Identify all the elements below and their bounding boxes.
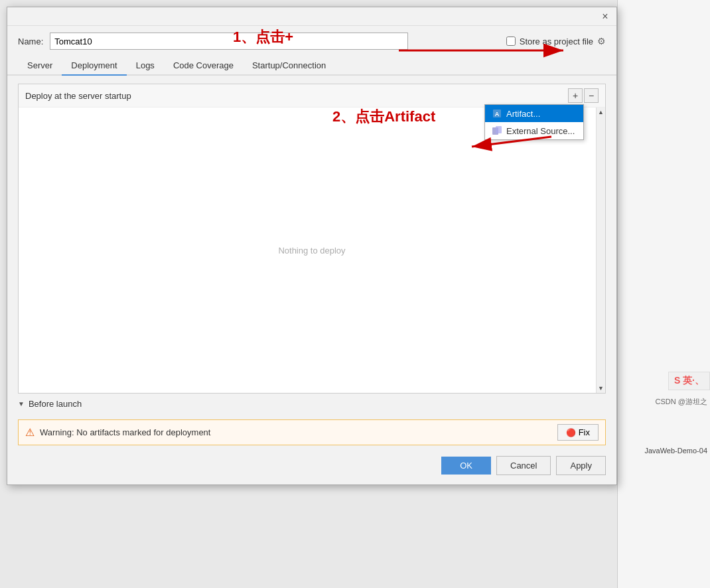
deploy-panel-header: Deploy at the server startup + A [19,84,605,108]
add-button[interactable]: + [568,88,583,103]
external-source-label: External Source... [506,126,575,136]
ok-button[interactable]: OK [441,457,491,475]
sogou-badge: S 英·、 [668,372,710,390]
deploy-body: Nothing to deploy ▲ ▼ [19,108,605,393]
deploy-panel: Deploy at the server startup + A [18,84,606,394]
scroll-up-icon[interactable]: ▲ [598,109,604,115]
before-launch-label: Before launch [29,399,82,409]
name-row: Name: Store as project file ⚙ [7,26,616,56]
artifact-icon: A [492,108,502,119]
fix-button[interactable]: 🔴 Fix [557,424,599,441]
nothing-to-deploy: Nothing to deploy [278,246,345,256]
fix-label: Fix [579,427,590,437]
project-label: JavaWeb-Demo-04 [644,447,707,455]
before-launch[interactable]: ▼ Before launch [18,394,606,411]
remove-button[interactable]: − [584,88,599,103]
right-panel: S 英·、 CSDN @游坦之 JavaWeb-Demo-04 [617,0,710,588]
tab-deployment[interactable]: Deployment [62,56,126,74]
store-label: Store as project file [520,37,593,46]
tab-server[interactable]: Server [18,56,62,74]
apply-button[interactable]: Apply [556,456,606,475]
add-artifact-container: + A Artifact... [568,88,583,103]
gear-icon[interactable]: ⚙ [597,36,606,46]
dropdown-item-external[interactable]: External Source... [485,122,583,139]
tab-logs[interactable]: Logs [127,56,164,74]
title-bar: × [7,7,616,26]
dialog: × Name: Store as project file ⚙ Server D… [7,7,617,485]
deploy-panel-toolbar: + A Artifact... [568,88,599,103]
before-launch-arrow-icon: ▼ [18,400,25,407]
svg-rect-3 [496,126,502,133]
dropdown-item-artifact[interactable]: A Artifact... [485,105,583,122]
deploy-panel-title: Deploy at the server startup [25,91,131,101]
artifact-label: Artifact... [506,109,540,119]
cancel-button[interactable]: Cancel [496,456,551,475]
scroll-down-icon[interactable]: ▼ [598,385,604,392]
csdn-label: CSDN @游坦之 [656,397,707,407]
warning-bar: ⚠ Warning: No artifacts marked for deplo… [18,419,606,445]
store-checkbox-area: Store as project file ⚙ [506,36,606,46]
close-button[interactable]: × [599,11,611,23]
tabs-row: Server Deployment Logs Code Coverage Sta… [7,56,616,76]
dropdown-menu: A Artifact... [484,104,584,140]
warning-icon: ⚠ [25,426,35,439]
store-checkbox[interactable] [506,37,516,46]
tab-code-coverage[interactable]: Code Coverage [164,56,243,74]
external-source-icon [492,125,502,136]
name-input[interactable] [50,33,408,50]
svg-text:A: A [495,111,500,117]
name-label: Name: [18,37,43,46]
warning-text: Warning: No artifacts marked for deploym… [40,427,210,437]
content-area: Deploy at the server startup + A [7,76,616,419]
tab-startup[interactable]: Startup/Connection [243,56,335,74]
bottom-buttons: OK Cancel Apply [7,451,616,484]
fix-icon: 🔴 [566,428,576,437]
panel-scrollbar[interactable]: ▲ ▼ [596,108,605,393]
